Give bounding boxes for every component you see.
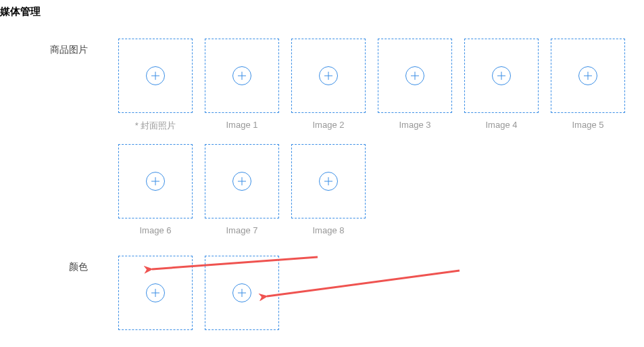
plus-icon [232, 66, 251, 85]
image-upload-6[interactable] [118, 144, 193, 218]
plus-icon [146, 66, 165, 85]
plus-icon [578, 66, 597, 85]
image-slot-8: Image 8 [291, 144, 366, 235]
image-upload-5[interactable] [551, 39, 625, 113]
image-slot-5: Image 5 [551, 39, 625, 132]
image-upload-2[interactable] [291, 39, 366, 113]
color-grid [118, 256, 644, 330]
color-slot-0 [118, 256, 193, 330]
image-caption-6: Image 6 [140, 225, 172, 235]
image-slot-4: Image 4 [464, 39, 539, 132]
plus-icon [319, 172, 338, 191]
product-images-grid: * 封面照片 Image 1 Image 2 Image 3 [118, 39, 644, 235]
image-upload-1[interactable] [205, 39, 279, 113]
image-caption-8: Image 8 [313, 225, 345, 235]
image-caption-5: Image 5 [572, 120, 604, 130]
image-slot-1: Image 1 [205, 39, 279, 132]
image-upload-cover[interactable] [118, 39, 193, 113]
color-slot-1 [205, 256, 279, 330]
section-color: 颜色 [0, 256, 644, 330]
image-caption-1: Image 1 [226, 120, 258, 130]
plus-icon [146, 172, 165, 191]
image-caption-cover: * 封面照片 [135, 120, 176, 132]
plus-icon [492, 66, 511, 85]
image-caption-3: Image 3 [399, 120, 431, 130]
page-title: 媒体管理 [0, 0, 644, 18]
section-label-color: 颜色 [0, 256, 118, 273]
image-upload-4[interactable] [464, 39, 539, 113]
plus-icon [319, 66, 338, 85]
image-caption-2: Image 2 [313, 120, 345, 130]
plus-icon [232, 283, 251, 302]
image-upload-3[interactable] [378, 39, 452, 113]
image-upload-7[interactable] [205, 144, 279, 218]
section-product-images: 商品图片 * 封面照片 Image 1 Image 2 [0, 39, 644, 235]
color-upload-1[interactable] [205, 256, 279, 330]
image-caption-4: Image 4 [486, 120, 518, 130]
plus-icon [146, 283, 165, 302]
color-upload-0[interactable] [118, 256, 193, 330]
image-caption-7: Image 7 [226, 225, 258, 235]
image-slot-cover: * 封面照片 [118, 39, 193, 132]
plus-icon [232, 172, 251, 191]
image-slot-2: Image 2 [291, 39, 366, 132]
section-label-product-images: 商品图片 [0, 39, 118, 56]
image-slot-3: Image 3 [378, 39, 452, 132]
image-slot-6: Image 6 [118, 144, 193, 235]
image-slot-7: Image 7 [205, 144, 279, 235]
image-upload-8[interactable] [291, 144, 366, 218]
plus-icon [405, 66, 424, 85]
